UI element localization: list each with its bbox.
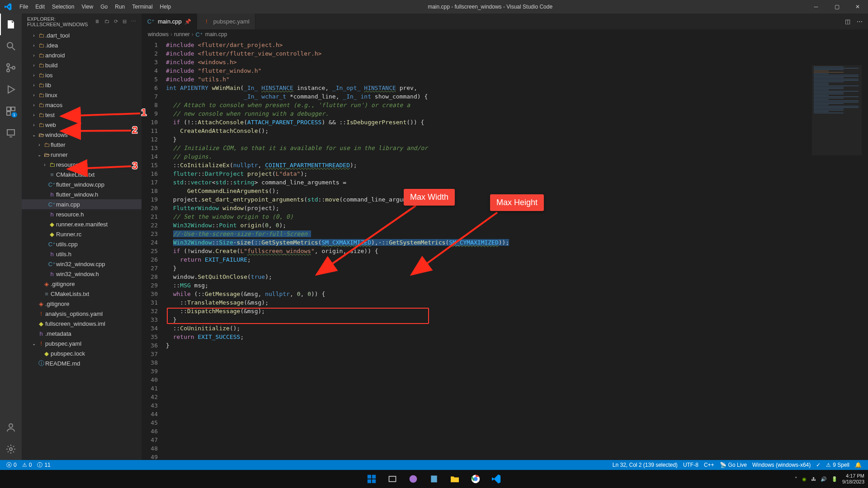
pin-icon[interactable]: 📌 [184, 19, 191, 25]
menu-view[interactable]: View [78, 4, 97, 10]
status-warnings[interactable]: ⚠ 0 [19, 462, 35, 468]
vscode-icon[interactable] [487, 470, 505, 488]
status-platform[interactable]: Windows (windows-x64) [750, 462, 813, 468]
tree-item--idea[interactable]: ›🗀.idea [22, 40, 142, 50]
activity-run[interactable] [0, 79, 22, 100]
tree-item-windows[interactable]: ⌄🗁windows [22, 130, 142, 140]
activity-settings[interactable] [0, 438, 22, 460]
activity-scm[interactable] [0, 57, 22, 79]
file-tree[interactable]: ›🗀.dart_tool›🗀.idea›🗀android›🗀build›🗀ios… [22, 29, 142, 368]
code-editor[interactable]: 1234567891011121314151617181920212223242… [142, 39, 868, 460]
tree-item-win32-window-h[interactable]: hwin32_window.h [22, 269, 142, 279]
status-prettier[interactable]: ✓ [813, 462, 823, 468]
tree-item-android[interactable]: ›🗀android [22, 50, 142, 60]
tree-item-label: linux [45, 92, 57, 99]
status-errors[interactable]: ⓧ 0 [4, 461, 19, 469]
refresh-icon[interactable]: ⟳ [114, 19, 118, 24]
tree-item-macos[interactable]: ›🗀macos [22, 100, 142, 110]
tree-item-utils-cpp[interactable]: C⁺utils.cpp [22, 239, 142, 249]
tree-item-analysis-options-yaml[interactable]: !analysis_options.yaml [22, 309, 142, 319]
breadcrumb-item[interactable]: main.cpp [205, 31, 227, 38]
activity-explorer[interactable] [0, 14, 22, 35]
menu-file[interactable]: File [16, 4, 32, 10]
tree-item-runner-exe-manifest[interactable]: ◆runner.exe.manifest [22, 219, 142, 229]
tree-item-web[interactable]: ›🗀web [22, 120, 142, 130]
tree-item-lib[interactable]: ›🗀lib [22, 80, 142, 90]
tab-pubspec[interactable]: ! pubspec.yaml [197, 14, 255, 29]
tree-item-utils-h[interactable]: hutils.h [22, 249, 142, 259]
activity-account[interactable] [0, 417, 22, 438]
yaml-icon: ! [37, 310, 45, 317]
chrome-icon[interactable] [467, 470, 485, 488]
activity-remote[interactable] [0, 122, 22, 144]
more-actions-icon[interactable]: ⋯ [857, 18, 863, 25]
maximize-button[interactable]: ▢ [826, 0, 847, 14]
tree-item-ios[interactable]: ›🗀ios [22, 70, 142, 80]
tree-item-flutter-window-h[interactable]: hflutter_window.h [22, 189, 142, 199]
tree-item-runner-rc[interactable]: ◆Runner.rc [22, 229, 142, 239]
breadcrumb-item[interactable]: windows [148, 31, 169, 38]
tree-item-readme-md[interactable]: ⓘREADME.md [22, 358, 142, 368]
status-lncol[interactable]: Ln 32, Col 2 (139 selected) [610, 462, 680, 468]
split-editor-icon[interactable]: ◫ [845, 18, 850, 25]
tree-item--gitignore[interactable]: ◈.gitignore [22, 279, 142, 289]
taskview-icon[interactable] [383, 470, 401, 488]
tree-item-pubspec-yaml[interactable]: ⌄!pubspec.yaml [22, 338, 142, 348]
yellow-icon: ◆ [48, 231, 56, 238]
status-encoding[interactable]: UTF-8 [680, 462, 701, 468]
minimap[interactable] [812, 65, 862, 460]
activity-search[interactable] [0, 35, 22, 57]
breadcrumb[interactable]: windows › runner › C⁺ main.cpp [142, 29, 868, 39]
folder-icon: 🗀 [37, 92, 45, 99]
tree-item-flutter-window-cpp[interactable]: C⁺flutter_window.cpp [22, 179, 142, 189]
annotation-number-2: 2 [132, 124, 137, 136]
new-file-icon[interactable]: 🗎 [95, 19, 100, 24]
collapse-icon[interactable]: ⊟ [123, 19, 127, 24]
tree-item-cmakelists-txt[interactable]: ≡CMakeLists.txt [22, 289, 142, 299]
tab-main-cpp[interactable]: C⁺ main.cpp 📌 [142, 14, 197, 29]
tree-item-test[interactable]: ›🗀test [22, 110, 142, 120]
tree-item-pubspec-lock[interactable]: ◆pubspec.lock [22, 348, 142, 358]
tree-item-resources[interactable]: ›🗀resources [22, 160, 142, 169]
menu-go[interactable]: Go [97, 4, 111, 10]
status-info[interactable]: ⓘ 11 [34, 461, 53, 469]
tray-battery-icon[interactable]: 🔋 [831, 476, 838, 482]
status-golive[interactable]: 📡 Go Live [717, 462, 750, 468]
activity-extensions[interactable]: 1 [0, 100, 22, 122]
tree-item-win32-window-cpp[interactable]: C⁺win32_window.cpp [22, 259, 142, 269]
tree-item--metadata[interactable]: h.metadata [22, 328, 142, 338]
tree-item--dart-tool[interactable]: ›🗀.dart_tool [22, 30, 142, 40]
new-folder-icon[interactable]: 🗀 [104, 19, 109, 24]
file-explorer-icon[interactable] [446, 470, 464, 488]
tree-item--gitignore[interactable]: ◈.gitignore [22, 299, 142, 309]
tree-item-flutter[interactable]: ›🗀flutter [22, 140, 142, 150]
tree-item-build[interactable]: ›🗀build [22, 60, 142, 70]
menu-terminal[interactable]: Terminal [128, 4, 156, 10]
status-bell[interactable]: 🔔 [852, 462, 864, 468]
menu-selection[interactable]: Selection [48, 4, 78, 10]
tray-volume-icon[interactable]: 🔊 [821, 476, 827, 482]
status-lang[interactable]: C++ [701, 462, 717, 468]
tray-chevron-icon[interactable]: ˄ [795, 476, 797, 482]
tree-item-runner[interactable]: ⌄🗁runner [22, 150, 142, 160]
tree-item-main-cpp[interactable]: C⁺main.cpp [22, 199, 142, 209]
menu-help[interactable]: Help [156, 4, 175, 10]
start-button[interactable] [363, 470, 381, 488]
notes-icon[interactable] [425, 470, 443, 488]
close-button[interactable]: ✕ [847, 0, 868, 14]
tree-item-fullscreen-windows-iml[interactable]: ◆fullscreen_windows.iml [22, 319, 142, 328]
tree-item-cmakelists-txt[interactable]: ≡CMakeLists.txt [22, 169, 142, 179]
tree-item-linux[interactable]: ›🗀linux [22, 90, 142, 100]
github-icon[interactable] [404, 470, 422, 488]
tree-item-resource-h[interactable]: hresource.h [22, 209, 142, 219]
breadcrumb-item[interactable]: runner [174, 31, 190, 38]
tray-nvidia-icon[interactable]: ◉ [802, 476, 807, 482]
code-content[interactable]: #include <flutter/dart_project.h>#includ… [166, 39, 868, 460]
minimize-button[interactable]: ─ [806, 0, 826, 14]
menu-run[interactable]: Run [111, 4, 128, 10]
more-icon[interactable]: ⋯ [131, 19, 136, 24]
menu-edit[interactable]: Edit [32, 4, 48, 10]
taskbar-clock[interactable]: 4:17 PM 9/18/2023 [842, 473, 864, 485]
tray-network-icon[interactable]: 🖧 [811, 476, 816, 482]
status-spell[interactable]: ⚠ 9 Spell [823, 462, 852, 468]
